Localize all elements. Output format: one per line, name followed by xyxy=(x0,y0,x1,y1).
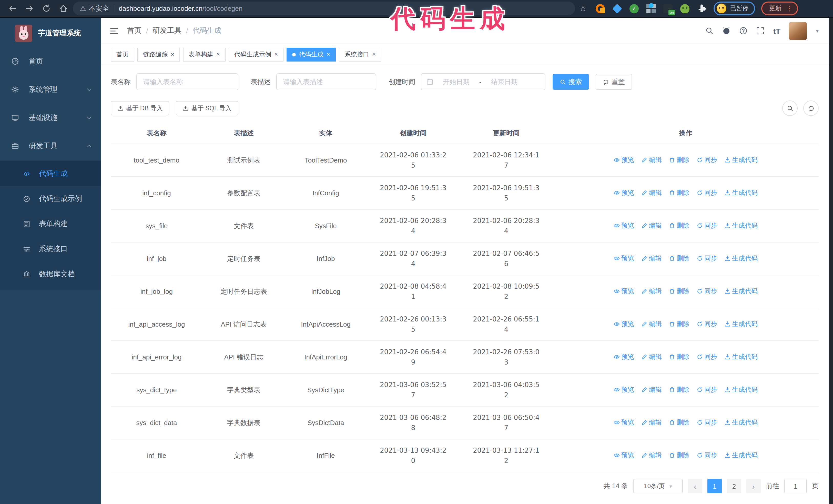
sidebar-item-home[interactable]: 首页 xyxy=(0,47,101,75)
tab-close-icon[interactable]: × xyxy=(327,51,330,57)
generate-code-link[interactable]: 生成代码 xyxy=(724,386,758,394)
extension-on-icon[interactable]: on xyxy=(664,4,673,13)
font-size-icon[interactable]: tT xyxy=(773,26,781,35)
reset-button[interactable]: 重置 xyxy=(596,74,632,90)
sync-link[interactable]: 同步 xyxy=(697,189,717,197)
extension-grid-icon[interactable] xyxy=(647,4,656,13)
date-start-input[interactable] xyxy=(436,77,476,86)
edit-link[interactable]: 编辑 xyxy=(641,254,662,263)
sync-link[interactable]: 同步 xyxy=(697,418,717,427)
edit-link[interactable]: 编辑 xyxy=(641,320,662,329)
browser-profile-chip[interactable]: 已暂停 xyxy=(714,2,755,16)
sync-link[interactable]: 同步 xyxy=(697,287,717,296)
generate-code-link[interactable]: 生成代码 xyxy=(724,353,758,361)
sync-link[interactable]: 同步 xyxy=(697,254,717,263)
extension-check-icon[interactable]: ✓ xyxy=(630,4,639,13)
generate-code-link[interactable]: 生成代码 xyxy=(724,221,758,230)
prev-page-button[interactable]: ‹ xyxy=(688,479,702,493)
sync-link[interactable]: 同步 xyxy=(697,156,717,165)
menu-toggle-icon[interactable] xyxy=(110,26,118,35)
browser-menu-kebab-icon[interactable]: ⋮ xyxy=(786,5,793,12)
tab-codegen-demo[interactable]: 代码生成示例× xyxy=(229,47,284,61)
preview-link[interactable]: 预览 xyxy=(614,156,634,165)
delete-link[interactable]: 删除 xyxy=(669,189,689,197)
scrollbar-track[interactable] xyxy=(829,18,833,504)
preview-link[interactable]: 预览 xyxy=(614,386,634,394)
page-size-select[interactable]: 10条/页▾ xyxy=(633,479,683,493)
generate-code-link[interactable]: 生成代码 xyxy=(724,189,758,197)
extension-orange-icon[interactable] xyxy=(596,4,605,13)
delete-link[interactable]: 删除 xyxy=(669,320,689,329)
tab-home[interactable]: 首页 xyxy=(111,47,134,61)
page-button-1[interactable]: 1 xyxy=(708,479,722,493)
extension-alien-icon[interactable] xyxy=(681,4,690,13)
edit-link[interactable]: 编辑 xyxy=(641,221,662,230)
delete-link[interactable]: 删除 xyxy=(669,353,689,361)
import-sql-button[interactable]: 基于 SQL 导入 xyxy=(176,101,238,115)
delete-link[interactable]: 删除 xyxy=(669,287,689,296)
preview-link[interactable]: 预览 xyxy=(614,254,634,263)
tab-close-icon[interactable]: × xyxy=(274,51,278,57)
date-range-picker[interactable]: - xyxy=(421,73,545,90)
preview-link[interactable]: 预览 xyxy=(614,320,634,329)
preview-link[interactable]: 预览 xyxy=(614,287,634,296)
preview-link[interactable]: 预览 xyxy=(614,221,634,230)
delete-link[interactable]: 删除 xyxy=(669,451,689,460)
sync-link[interactable]: 同步 xyxy=(697,320,717,329)
generate-code-link[interactable]: 生成代码 xyxy=(724,254,758,263)
sidebar-subitem-db-doc[interactable]: 数据库文档 xyxy=(0,262,101,287)
delete-link[interactable]: 删除 xyxy=(669,221,689,230)
generate-code-link[interactable]: 生成代码 xyxy=(724,287,758,296)
generate-code-link[interactable]: 生成代码 xyxy=(724,156,758,165)
sidebar-subitem-system-api[interactable]: 系统接口 xyxy=(0,236,101,262)
browser-forward-icon[interactable] xyxy=(25,4,34,13)
generate-code-link[interactable]: 生成代码 xyxy=(724,451,758,460)
tab-tracing[interactable]: 链路追踪× xyxy=(137,47,180,61)
avatar-caret-icon[interactable]: ▾ xyxy=(816,27,819,34)
sidebar-subitem-codegen[interactable]: 代码生成 xyxy=(0,161,101,186)
sync-link[interactable]: 同步 xyxy=(697,386,717,394)
browser-back-icon[interactable] xyxy=(8,4,17,13)
preview-link[interactable]: 预览 xyxy=(614,353,634,361)
breadcrumb-item-devtools[interactable]: 研发工具 xyxy=(153,26,182,35)
preview-link[interactable]: 预览 xyxy=(614,189,634,197)
help-icon[interactable] xyxy=(739,27,748,35)
security-warning[interactable]: ⚠ 不安全 xyxy=(80,4,109,13)
edit-link[interactable]: 编辑 xyxy=(641,189,662,197)
date-end-input[interactable] xyxy=(484,77,524,86)
edit-link[interactable]: 编辑 xyxy=(641,353,662,361)
bookmark-star-icon[interactable]: ☆ xyxy=(579,4,587,13)
hide-search-button[interactable] xyxy=(782,100,798,116)
edit-link[interactable]: 编辑 xyxy=(641,386,662,394)
tab-close-icon[interactable]: × xyxy=(216,51,220,57)
goto-page-input[interactable] xyxy=(784,479,807,493)
next-page-button[interactable]: › xyxy=(746,479,761,493)
fullscreen-icon[interactable] xyxy=(756,27,765,35)
delete-link[interactable]: 删除 xyxy=(669,254,689,263)
tab-close-icon[interactable]: × xyxy=(372,51,376,57)
tab-form-builder[interactable]: 表单构建× xyxy=(183,47,225,61)
generate-code-link[interactable]: 生成代码 xyxy=(724,320,758,329)
browser-reload-icon[interactable] xyxy=(42,4,51,13)
app-logo[interactable]: 芋道管理系统 xyxy=(0,18,101,47)
sidebar-item-infra[interactable]: 基础设施 xyxy=(0,103,101,132)
tab-system-api[interactable]: 系统接口× xyxy=(339,47,381,61)
delete-link[interactable]: 删除 xyxy=(669,156,689,165)
search-button[interactable]: 搜索 xyxy=(553,74,589,90)
tab-codegen[interactable]: 代码生成× xyxy=(287,47,336,61)
import-db-button[interactable]: 基于 DB 导入 xyxy=(111,101,169,115)
preview-link[interactable]: 预览 xyxy=(614,451,634,460)
browser-update-button[interactable]: 更新 ⋮ xyxy=(761,2,799,16)
edit-link[interactable]: 编辑 xyxy=(641,418,662,427)
edit-link[interactable]: 编辑 xyxy=(641,451,662,460)
user-avatar[interactable] xyxy=(789,22,807,40)
generate-code-link[interactable]: 生成代码 xyxy=(724,418,758,427)
delete-link[interactable]: 删除 xyxy=(669,386,689,394)
extension-gem-icon[interactable] xyxy=(613,4,622,13)
sync-link[interactable]: 同步 xyxy=(697,353,717,361)
table-desc-input[interactable] xyxy=(276,73,376,90)
breadcrumb-item-home[interactable]: 首页 xyxy=(127,26,142,35)
browser-home-icon[interactable] xyxy=(59,4,68,13)
edit-link[interactable]: 编辑 xyxy=(641,287,662,296)
preview-link[interactable]: 预览 xyxy=(614,418,634,427)
